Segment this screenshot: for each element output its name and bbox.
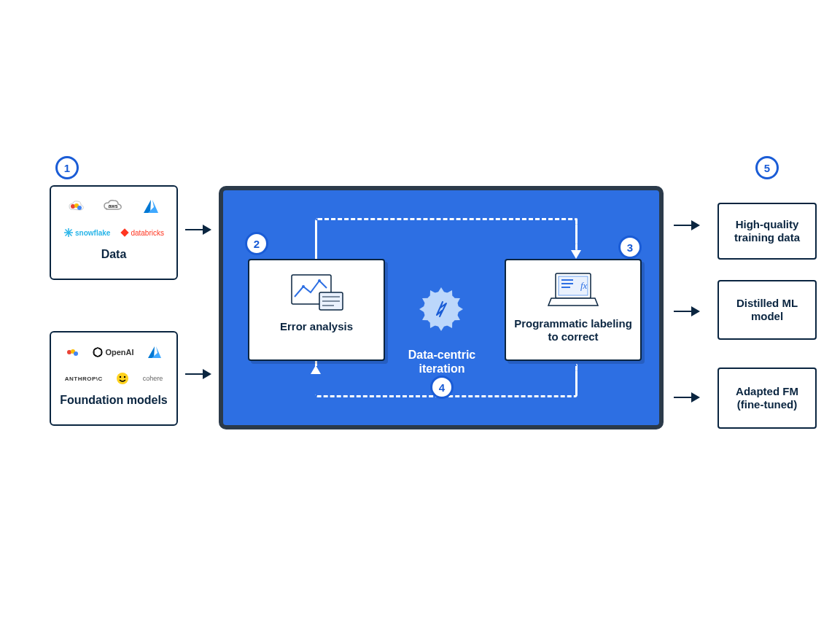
data-logos-row-1: aws (58, 195, 169, 217)
arrow-icon (674, 225, 699, 226)
hugging-face-icon (115, 371, 130, 386)
output-training-data: High-quality training data (718, 203, 817, 260)
svg-point-12 (93, 348, 102, 357)
svg-point-2 (77, 206, 82, 210)
laptop-icon: fx (513, 271, 633, 313)
fm-logos-row-2: ANTHROP\C cohere (58, 368, 169, 389)
output-adapted-fm: Adapted FM (fine-tuned) (718, 368, 817, 429)
openai-label: OpenAI (105, 348, 133, 357)
step-badge-1: 1 (55, 156, 79, 179)
arrow-icon (674, 397, 699, 398)
loop-arrow-down-icon (571, 250, 581, 259)
svg-point-29 (424, 292, 459, 327)
databricks-label: databricks (131, 229, 164, 237)
error-analysis-box: Error analysis (248, 259, 385, 361)
arrow-icon (674, 311, 699, 312)
svg-point-13 (117, 373, 128, 384)
iteration-loop-right-bot (575, 364, 578, 397)
svg-text:fx: fx (580, 280, 588, 291)
cohere-label: cohere (143, 375, 163, 382)
fm-logos-row-1: OpenAI (58, 341, 169, 363)
step-badge-2: 2 (245, 232, 268, 255)
svg-point-17 (302, 285, 305, 288)
step-badge-4: 4 (430, 376, 454, 399)
center-process-panel: 2 Error analysis 3 (219, 186, 664, 429)
svg-point-14 (120, 376, 121, 378)
svg-point-18 (318, 279, 321, 282)
programmatic-labeling-box: fx Programmatic labeling to correct (505, 259, 642, 361)
snowflake-label: snowflake (75, 229, 110, 237)
google-cloud-icon (66, 199, 85, 214)
svg-point-9 (67, 350, 71, 354)
azure-icon (141, 198, 161, 214)
foundation-box-label: Foundation models (58, 394, 169, 407)
step-badge-3: 3 (618, 236, 642, 259)
loop-arrow-up-icon (311, 365, 321, 374)
anthropic-label: ANTHROP\C (65, 376, 103, 382)
error-analysis-label: Error analysis (257, 320, 376, 333)
output-distilled-model: Distilled ML model (718, 280, 817, 340)
step-badge-5: 5 (755, 156, 779, 179)
arrow-icon (185, 373, 210, 375)
svg-point-0 (71, 204, 75, 209)
cohere-icon: cohere (143, 375, 163, 382)
diagram-canvas: 1 aws snowflake databricks Data (0, 0, 840, 630)
openai-icon: OpenAI (92, 346, 133, 358)
foundation-models-box: OpenAI ANTHROP\C cohere Foundation model… (50, 331, 178, 426)
svg-point-15 (124, 376, 125, 378)
svg-rect-8 (121, 228, 129, 236)
data-logos-row-2: snowflake databricks (58, 222, 169, 244)
azure-icon (145, 345, 164, 359)
google-cloud-icon (63, 346, 81, 359)
aws-icon: aws (101, 198, 125, 214)
anthropic-icon: ANTHROP\C (65, 376, 103, 382)
svg-text:aws: aws (108, 203, 117, 209)
databricks-icon: databricks (120, 228, 164, 237)
svg-point-11 (74, 351, 78, 356)
data-sources-box: aws snowflake databricks Data (50, 185, 178, 280)
iteration-loop-right-top (575, 218, 578, 253)
gear-icon (419, 287, 464, 332)
iteration-label: Data-centric iteration (397, 348, 487, 376)
snowflake-icon: snowflake (63, 228, 110, 238)
chart-icon (257, 271, 376, 316)
programmatic-label: Programmatic labeling to correct (513, 317, 633, 343)
arrow-icon (185, 229, 210, 230)
data-box-label: Data (58, 248, 169, 261)
